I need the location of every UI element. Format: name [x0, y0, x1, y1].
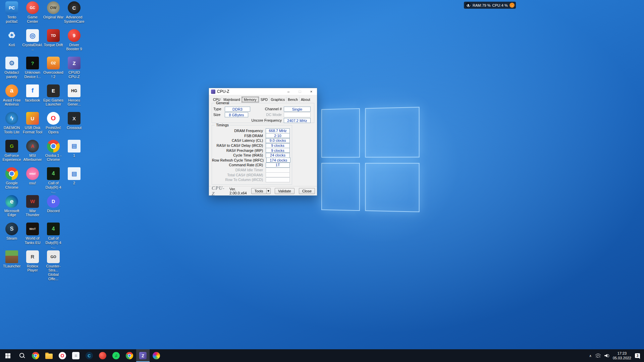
- desktop-icon-label: Crossout: [67, 126, 82, 130]
- desktop-icon-image: O2: [47, 57, 60, 69]
- taskbar-chrome-profile-icon[interactable]: [123, 349, 136, 362]
- icon-google-chrome[interactable]: Google Chrome: [1, 167, 22, 195]
- desktop-icon-glyph: a: [10, 87, 13, 94]
- maximize-button[interactable]: □: [294, 88, 306, 95]
- icon-shortcut-1[interactable]: ▤ 1: [64, 140, 85, 168]
- icon-osoba1-chrome[interactable]: Osoba 1 - Chrome: [43, 140, 64, 168]
- taskbar-paint3d-icon[interactable]: [150, 349, 163, 362]
- icon-advanced-systemcare[interactable]: C Advanced SystemCare: [64, 1, 85, 29]
- cpuz-tab[interactable]: Memory: [241, 97, 259, 103]
- hidden-icons-chevron-icon[interactable]: ∧: [589, 354, 592, 358]
- icon-unknown-device[interactable]: ? Unknown Device I...: [22, 57, 43, 84]
- desktop-icon-image: TD: [47, 29, 60, 42]
- overlay-expand-button[interactable]: →: [509, 3, 515, 8]
- icon-tento-pocitac[interactable]: PC Tento počítač: [1, 1, 22, 29]
- icon-geforce-experience[interactable]: G GeForce Experience: [1, 140, 22, 168]
- desktop-icon-glyph: OW: [50, 6, 57, 10]
- tools-button[interactable]: Tools: [251, 188, 267, 194]
- desktop-icon-glyph: WoT: [29, 227, 36, 231]
- desktop-icon-glyph: A: [31, 143, 34, 149]
- uncore-frequency-label: Uncore Frequency: [234, 118, 282, 122]
- desktop-icon-label: 2: [73, 181, 75, 185]
- icon-facebook[interactable]: f facebook: [22, 84, 43, 112]
- icon-cod4-a[interactable]: 4 Call of Duty(R) 4 -...: [43, 167, 64, 195]
- validate-button[interactable]: Validate: [275, 188, 294, 194]
- close-button[interactable]: Close: [299, 188, 315, 194]
- taskbar-app-glyph: [45, 354, 53, 359]
- icon-discord[interactable]: D Discord: [43, 195, 64, 223]
- icon-cpuid-cpuz[interactable]: Z CPUID CPU-Z: [64, 57, 85, 84]
- taskbar-opera-icon[interactable]: O: [56, 349, 69, 362]
- minimize-button[interactable]: –: [283, 88, 294, 95]
- taskbar-clock[interactable]: 17:23 05.03.2022: [613, 351, 631, 361]
- icon-game-center[interactable]: GC Game Center: [22, 1, 43, 29]
- icon-msi-afterburner[interactable]: A MSI Afterburner: [22, 140, 43, 168]
- action-center-icon[interactable]: 3: [635, 353, 640, 358]
- cpuz-tab[interactable]: Graphics: [269, 97, 286, 102]
- desktop-icon-label: Steam: [6, 236, 17, 241]
- icon-epic-games[interactable]: E Epic Games Launcher: [43, 84, 64, 112]
- icon-world-of-tanks[interactable]: WoT World of Tanks EU: [22, 223, 43, 250]
- cpuz-tab[interactable]: About: [299, 97, 311, 102]
- desktop-icon-label: MSI Afterburner: [22, 154, 43, 162]
- icon-shortcut-2[interactable]: ▤ 2: [64, 167, 85, 195]
- icon-osu[interactable]: osu! osu!: [22, 167, 43, 195]
- volume-icon[interactable]: [604, 354, 609, 357]
- timing-row: DRAM Frequency 668.7 MHz: [212, 128, 292, 133]
- icon-usb-format-tool[interactable]: U USB Disk Format Tool: [22, 112, 43, 140]
- icon-driver-booster[interactable]: 9 Driver Booster 9: [64, 29, 85, 57]
- timing-value: 9.0 clocks: [266, 138, 290, 143]
- desktop-icon-label: World of Tanks EU: [22, 236, 43, 245]
- icon-war-thunder[interactable]: W War Thunder: [22, 195, 43, 223]
- ram-label: RAM:: [473, 3, 482, 7]
- tools-dropdown-button[interactable]: ▾: [266, 188, 271, 194]
- icon-microsoft-edge[interactable]: e Microsoft Edge: [1, 195, 22, 223]
- timing-label: Row Refresh Cycle Time (tRFC): [212, 158, 266, 162]
- taskbar-systemcare-icon[interactable]: C: [83, 349, 96, 362]
- icon-csgo[interactable]: GO Counter-Stra... Global Offe...: [43, 250, 64, 278]
- cpuz-tab[interactable]: SPD: [259, 97, 269, 102]
- cpuz-tab[interactable]: Bench: [286, 97, 299, 102]
- icon-roblox[interactable]: R Roblox Player: [22, 250, 43, 278]
- desktop-icon-glyph: ◎: [30, 32, 35, 40]
- icon-opera[interactable]: O Prohlížeč Opera: [43, 112, 64, 140]
- desktop-icon-image: HG: [68, 84, 80, 97]
- desktop-icon-label: Osoba 1 - Chrome: [43, 154, 64, 162]
- icon-tlauncher[interactable]: TLauncher: [1, 250, 22, 278]
- icon-daemon-tools[interactable]: ϟ DAEMON Tools Lite: [1, 112, 22, 140]
- icon-cod4-b[interactable]: 4 Call of Duty(R) 4 -...: [43, 223, 64, 250]
- icon-avast[interactable]: a Avast Free Antivirus: [1, 84, 22, 112]
- network-icon[interactable]: [595, 354, 601, 358]
- cpuz-footer: CPU-Z Ver. 2.00.0.x64 Tools ▾ Validate C…: [209, 186, 317, 195]
- icon-crossout[interactable]: X Crossout: [64, 112, 85, 140]
- taskbar-spotify-icon[interactable]: ♫: [109, 349, 123, 362]
- system-tray: ∧ 17:23 05.03.2022 3: [589, 349, 644, 362]
- timing-row: DRAM Idle Timer: [212, 168, 292, 173]
- desktop-icon-image: ▤: [68, 140, 80, 153]
- start-button[interactable]: [0, 349, 15, 362]
- icon-ovladaci-panely[interactable]: ⚙ Ovládací panely: [1, 57, 22, 84]
- taskbar-document-icon[interactable]: ≡: [69, 349, 83, 362]
- icon-overcooked-2[interactable]: O2 Overcooked! 2: [43, 57, 64, 84]
- taskbar-chrome-icon[interactable]: [29, 349, 42, 362]
- taskbar-app-glyph: Z: [139, 352, 147, 359]
- desktop-icon-glyph: 4: [52, 171, 55, 177]
- desktop-icon-label: War Thunder: [22, 209, 43, 218]
- taskbar-explorer-icon[interactable]: [42, 349, 56, 362]
- icon-original-war[interactable]: OW Original War: [43, 1, 64, 29]
- microphone-icon[interactable]: [465, 2, 471, 8]
- desktop-icon-glyph: X: [72, 116, 76, 121]
- close-icon[interactable]: ×: [306, 88, 317, 95]
- desktop-icon-image: [5, 167, 18, 180]
- icon-kos[interactable]: ♻ Koš: [1, 29, 22, 57]
- icon-torque-drift[interactable]: TD Torque Drift: [43, 29, 64, 57]
- taskbar-search-icon[interactable]: [15, 349, 29, 362]
- icon-steam[interactable]: S Steam: [1, 223, 22, 250]
- icon-crystaldiskinfo[interactable]: ◎ CrystalDiskI...: [22, 29, 43, 57]
- cpuz-titlebar[interactable]: CPU-Z – □ ×: [209, 88, 317, 95]
- taskbar-driver-booster-icon[interactable]: [96, 349, 109, 362]
- taskbar-cpuz-icon[interactable]: Z: [136, 349, 150, 362]
- taskbar-app-glyph: [99, 352, 106, 359]
- icon-heroes-generals[interactable]: HG Heroes Gener...: [64, 84, 85, 112]
- desktop-icon-glyph: PC: [9, 5, 15, 10]
